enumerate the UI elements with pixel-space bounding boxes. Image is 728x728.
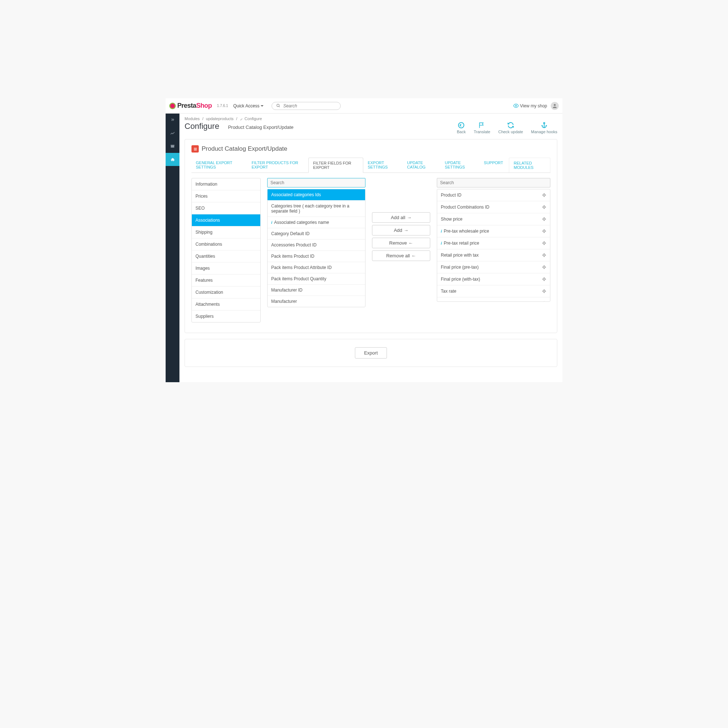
- svg-point-2: [515, 105, 517, 107]
- move-icon[interactable]: ✥: [542, 276, 546, 282]
- category-item-prices[interactable]: Prices: [192, 190, 260, 202]
- move-icon[interactable]: ✥: [542, 216, 546, 222]
- svg-point-0: [277, 104, 279, 107]
- category-item-information[interactable]: Information: [192, 178, 260, 190]
- available-item-label: Pack items Product Attribute ID: [271, 265, 332, 270]
- move-icon[interactable]: ✥: [542, 264, 546, 270]
- category-item-customization[interactable]: Customization: [192, 286, 260, 298]
- move-icon[interactable]: ✥: [542, 252, 546, 258]
- available-item[interactable]: Pack items Product Attribute ID: [268, 262, 365, 273]
- move-icon[interactable]: ✥: [542, 192, 546, 198]
- selected-item[interactable]: iPre-tax wholesale price✥: [437, 225, 550, 237]
- available-item[interactable]: Pack items Product ID: [268, 251, 365, 262]
- search-input[interactable]: [283, 103, 336, 109]
- move-icon[interactable]: ✥: [542, 228, 546, 234]
- category-item-suppliers[interactable]: Suppliers: [192, 310, 260, 322]
- page-subtitle: Product Catalog Export/Update: [228, 124, 294, 130]
- available-item-label: Accessories Product ID: [271, 242, 317, 248]
- selected-item[interactable]: Show price✥: [437, 213, 550, 225]
- anchor-icon: [541, 122, 548, 129]
- selected-item[interactable]: Tax rules group ID✥: [437, 297, 550, 302]
- available-item[interactable]: Pack items Product Quantity: [268, 273, 365, 284]
- tab-update-catalog[interactable]: UPDATE CATALOG: [402, 158, 440, 173]
- category-item-quantities[interactable]: Quantities: [192, 251, 260, 262]
- selected-item-label: Final price (with-tax): [441, 277, 480, 282]
- view-shop-link[interactable]: View my shop: [513, 103, 547, 109]
- add-button[interactable]: Add →: [372, 225, 430, 236]
- tab-export-settings[interactable]: EXPORT SETTINGS: [363, 158, 402, 173]
- manage-hooks-button[interactable]: Manage hooks: [531, 122, 557, 134]
- tab-filter-fields-for-export[interactable]: FILTER FIELDS FOR EXPORT: [308, 158, 363, 173]
- quick-access-menu[interactable]: Quick Access: [233, 103, 263, 109]
- breadcrumb-updateproducts[interactable]: updateproducts: [206, 116, 234, 121]
- page-title: Configure: [185, 122, 219, 131]
- move-icon[interactable]: ✥: [542, 240, 546, 246]
- store-icon: [170, 144, 175, 149]
- sidebar-dashboard[interactable]: [166, 127, 179, 140]
- add-all-button[interactable]: Add all →: [372, 212, 430, 223]
- tabs: GENERAL EXPORT SETTINGSFILTER PRODUCTS F…: [191, 158, 551, 173]
- translate-button[interactable]: Translate: [474, 122, 490, 134]
- move-icon[interactable]: ✥: [542, 300, 546, 302]
- logo[interactable]: PrestaShop: [169, 102, 212, 110]
- trending-up-icon: [170, 131, 175, 136]
- tab-update-settings[interactable]: UPDATE SETTINGS: [440, 158, 479, 173]
- selected-item-label: Retail price with tax: [441, 252, 479, 258]
- selected-item[interactable]: Tax rate✥: [437, 285, 550, 297]
- category-item-attachments[interactable]: Attachments: [192, 298, 260, 310]
- global-search[interactable]: [272, 102, 341, 110]
- tab-general-export-settings[interactable]: GENERAL EXPORT SETTINGS: [191, 158, 247, 173]
- available-item[interactable]: Category Default ID: [268, 228, 365, 240]
- available-item-label: Category Default ID: [271, 231, 309, 236]
- category-item-features[interactable]: Features: [192, 274, 260, 286]
- selected-item[interactable]: Product Combinations ID✥: [437, 201, 550, 213]
- breadcrumb-modules[interactable]: Modules: [185, 116, 200, 121]
- category-column: InformationPricesSEOAssociationsShipping…: [191, 178, 261, 323]
- selected-item[interactable]: iPre-tax retail price✥: [437, 237, 550, 249]
- sidebar-modules[interactable]: [166, 153, 179, 166]
- back-button[interactable]: Back: [457, 122, 466, 134]
- main-panel: ⊞ Product Catalog Export/Update GENERAL …: [185, 139, 557, 333]
- sidebar: [166, 113, 179, 382]
- available-item[interactable]: iAssociated categories name: [268, 217, 365, 228]
- svg-point-7: [543, 123, 544, 124]
- selected-item-label: Product Combinations ID: [441, 205, 489, 210]
- selected-item[interactable]: Final price (pre-tax)✥: [437, 262, 550, 273]
- available-item[interactable]: Manufacturer: [268, 296, 365, 307]
- available-item[interactable]: Associated categories Ids: [268, 189, 365, 200]
- available-item[interactable]: Accessories Product ID: [268, 240, 365, 251]
- selected-search-input[interactable]: [437, 178, 551, 187]
- tab-support[interactable]: SUPPORT: [479, 158, 508, 173]
- category-item-combinations[interactable]: Combinations: [192, 239, 260, 251]
- remove-button[interactable]: Remove ←: [372, 238, 430, 248]
- sidebar-orders[interactable]: [166, 140, 179, 153]
- move-icon[interactable]: ✥: [542, 288, 546, 294]
- category-item-seo[interactable]: SEO: [192, 202, 260, 214]
- available-fields-column: Associated categories IdsCategories tree…: [267, 178, 366, 323]
- arrow-right-icon: →: [407, 215, 411, 220]
- panel-title: ⊞ Product Catalog Export/Update: [191, 145, 551, 153]
- remove-all-button[interactable]: Remove all ←: [372, 251, 430, 261]
- available-search-input[interactable]: [267, 178, 366, 187]
- category-item-images[interactable]: Images: [192, 262, 260, 274]
- export-panel: Export: [185, 339, 557, 367]
- puzzle-icon: [170, 157, 176, 162]
- available-item[interactable]: Manufacturer ID: [268, 284, 365, 296]
- move-icon[interactable]: ✥: [542, 204, 546, 210]
- tab-filter-products-for-export[interactable]: FILTER PRODUCTS FOR EXPORT: [247, 158, 308, 173]
- user-avatar[interactable]: [551, 102, 559, 110]
- selected-item[interactable]: Product ID✥: [437, 189, 550, 201]
- export-button[interactable]: Export: [355, 347, 387, 359]
- check-update-button[interactable]: Check update: [498, 122, 523, 134]
- selected-item[interactable]: Retail price with tax✥: [437, 249, 550, 262]
- sidebar-expand[interactable]: [166, 113, 179, 127]
- selected-item[interactable]: Final price (with-tax)✥: [437, 273, 550, 285]
- arrow-right-icon: →: [404, 228, 408, 233]
- category-item-associations[interactable]: Associations: [192, 214, 260, 226]
- selected-item-label: Tax rules group ID: [441, 301, 476, 302]
- tab-related-modules[interactable]: RELATED MODULES: [509, 158, 551, 173]
- category-item-shipping[interactable]: Shipping: [192, 226, 260, 239]
- svg-line-1: [279, 106, 280, 107]
- info-icon: i: [441, 241, 442, 245]
- available-item[interactable]: Categories tree ( each category tree in …: [268, 200, 365, 217]
